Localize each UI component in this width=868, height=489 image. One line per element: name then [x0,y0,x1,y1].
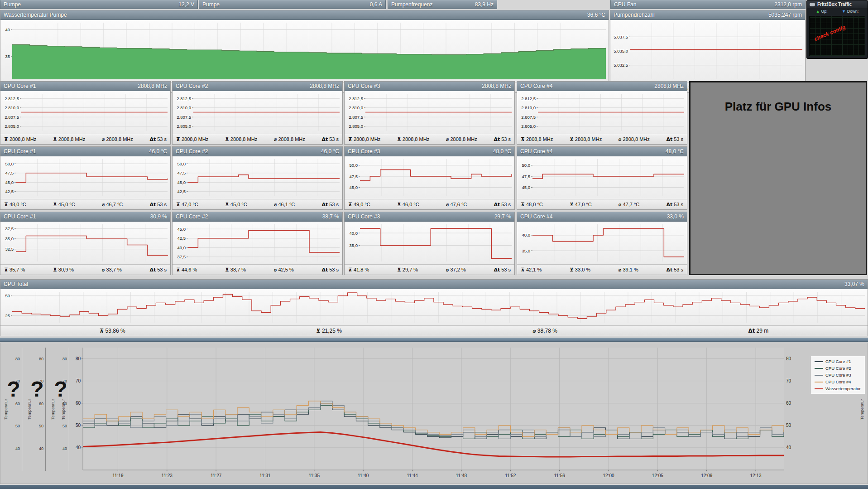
svg-text:45,0: 45,0 [5,180,14,185]
panel-header[interactable]: Pumpendrehzahl 5035,247 rpm [610,10,805,20]
panel-current-value: 48,0 °C [493,148,511,155]
stat-timespan: Δt53 s [494,202,511,208]
panel-header[interactable]: CPU Core #3 48,0 °C [345,147,514,156]
fritzbox-download: ▼Down: [842,9,858,14]
panel-header[interactable]: CPU Core #4 48,0 °C [517,147,687,156]
history-chart: 11:1911:2311:2711:3111:3511:4011:4411:48… [67,344,837,483]
legend-swatch [815,375,823,376]
svg-text:25: 25 [5,313,10,318]
delta-t-icon: Δt [321,136,328,142]
stat-min: ⊻2808,8 MHz [397,136,429,142]
stat-max-value: 35,7 % [10,267,25,272]
stat-timespan-value: 53 s [674,136,683,142]
min-icon: ⊻ [316,328,321,334]
panel-header[interactable]: CPU Core #2 2808,8 MHz [173,82,342,91]
stat-max: ⊼2808,8 MHz [176,136,208,142]
delta-t-icon: Δt [149,136,156,142]
stat-min-value: 2808,8 MHz [575,136,602,142]
svg-text:37,5: 37,5 [5,226,14,231]
cpu-fan-bar[interactable]: CPU Fan 2312,0 rpm [610,0,806,9]
delta-t-icon: Δt [149,267,156,273]
stat-min-value: 21,25 % [322,328,342,334]
stat-max-value: 44,6 % [182,267,197,272]
cpu-core-2-temperature-panel: CPU Core #2 46,0 °C 50,047,545,042,5 ⊼47… [172,146,343,210]
max-icon: ⊼ [4,267,8,273]
temperature-history-panel: Temperatur8070605040? Temperatur80706050… [0,343,868,484]
sensor-panel: CPU Core #4 48,0 °C 50,047,545,0 ⊼48,0 °… [517,146,687,210]
panel-current-value: 36,6 °C [587,12,605,18]
panel-title: CPU Core #2 [176,148,208,155]
delta-t-icon: Δt [494,267,500,273]
mini-axis-tick: 40 [15,446,20,451]
panel-header[interactable]: CPU Core #2 38,7 % [173,212,342,222]
stat-avg-value: 2808,8 MHz [106,136,133,142]
svg-text:11:31: 11:31 [259,473,271,478]
panel-title: CPU Core #4 [520,148,552,155]
panel-header[interactable]: CPU Core #3 29,7 % [345,212,514,222]
sensor-panel: CPU Core #3 29,7 % 40,035,0 ⊼41,8 % ⊻29,… [344,212,515,275]
average-icon: ⌀ [619,202,622,208]
panel-header[interactable]: CPU Total 33,07 % [0,280,868,289]
panel-header[interactable]: CPU Core #4 2808,8 MHz [517,82,687,91]
stat-timespan: Δt53 s [149,267,167,273]
unknown-sensor-marker: ? [30,377,43,402]
mini-axis-line [45,348,46,471]
mini-axis-tick: 40 [39,446,43,451]
history-panel-header[interactable] [0,338,868,342]
svg-text:35,0: 35,0 [522,248,531,253]
panel-header[interactable]: CPU Core #1 30,9 % [0,212,170,222]
panel-title: CPU Core #2 [176,83,208,89]
sensor-panel: CPU Core #3 48,0 °C 50,047,545,0 ⊼49,0 °… [344,146,515,210]
svg-text:2.812,5: 2.812,5 [177,96,191,101]
stat-timespan: Δt53 s [494,136,511,142]
sensor-panel: CPU Core #4 33,0 % 40,035,0 ⊼42,1 % ⊻33,… [517,212,687,275]
sensor-chart: 4035 [0,20,609,82]
stat-max-value: 2808,8 MHz [182,136,208,142]
pump-voltage-bar[interactable]: Pumpe 12,2 V [0,0,198,9]
pump-frequency-bar[interactable]: Pumpenfrequenz 83,9 Hz [388,0,497,9]
max-icon: ⊼ [176,267,180,273]
stat-avg-value: 46,7 °C [106,202,123,207]
delta-t-icon: Δt [149,202,156,208]
stat-avg-value: 46,1 °C [278,202,295,207]
panel-stats: ⊼49,0 °C ⊻46,0 °C ⌀47,6 °C Δt53 s [345,199,514,209]
unknown-sensor-marker: ? [7,377,20,402]
svg-text:60: 60 [786,401,791,406]
chart-legend: CPU Core #1 CPU Core #2 CPU Core #3 CPU … [810,356,865,394]
svg-text:2.805,0: 2.805,0 [5,124,19,129]
panel-header[interactable]: CPU Core #1 46,0 °C [0,147,170,156]
min-icon: ⊻ [397,267,401,273]
svg-text:35,0: 35,0 [350,243,358,248]
svg-text:47,5: 47,5 [177,170,186,175]
panel-header[interactable]: CPU Core #4 33,0 % [517,212,687,222]
min-icon: ⊻ [53,202,57,208]
max-icon: ⊼ [521,136,525,142]
sensor-chart: 50,047,545,042,5 [173,156,342,199]
stat-timespan: Δt53 s [149,136,167,142]
min-icon: ⊻ [53,136,57,142]
stat-timespan: Δt53 s [666,267,683,273]
svg-text:40: 40 [5,27,10,32]
svg-text:32,5: 32,5 [5,247,14,252]
stat-min-value: 46,0 °C [403,202,419,207]
panel-header[interactable]: CPU Core #3 2808,8 MHz [345,82,514,91]
cpu-total-panel: CPU Total 33,07 % 5025 ⊼53,86 % ⊻21,25 %… [0,279,868,336]
stat-min: ⊻47,0 °C [570,202,592,208]
panel-header[interactable]: Wassertemperatur Pumpe 36,6 °C [0,10,609,20]
pump-current-bar[interactable]: Pumpe 0,6 A [199,0,386,9]
panel-title: Pumpendrehzahl [614,12,655,18]
sensor-panel: CPU Core #3 2808,8 MHz 2.812,52.810,02.8… [344,81,515,145]
stat-min: ⊻2808,8 MHz [225,136,257,142]
stat-min: ⊻21,25 % [316,328,342,334]
panel-header[interactable]: CPU Core #2 46,0 °C [173,147,342,156]
stat-timespan: Δt53 s [494,267,511,273]
stat-avg-value: 33,7 % [106,267,121,272]
svg-text:40: 40 [76,445,81,450]
sensor-panel: CPU Core #2 2808,8 MHz 2.812,52.810,02.8… [172,81,343,145]
panel-stats: ⊼53,86 % ⊻21,25 % ⌀38,78 % Δt29 m [0,325,868,336]
fritzbox-traffic-widget[interactable]: Fritz!Box Traffic ▲Up: ▼Down: check conf… [806,0,868,59]
panel-header[interactable]: CPU Core #1 2808,8 MHz [0,82,170,91]
stat-avg: ⌀2808,8 MHz [446,136,477,142]
download-arrow-icon: ▼ [842,9,846,14]
panel-title: CPU Core #1 [4,213,36,220]
